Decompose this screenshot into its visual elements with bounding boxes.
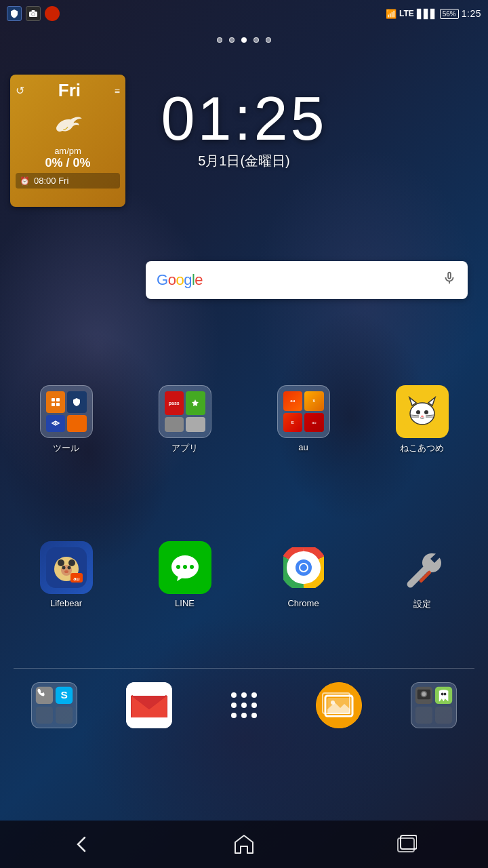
google-search-bar[interactable]: Google <box>146 261 468 299</box>
nav-recents-button[interactable] <box>386 824 427 865</box>
chrome-label: Chrome <box>287 598 319 608</box>
weather-ampm: am/pm <box>16 146 120 156</box>
drawer-dot <box>241 703 247 708</box>
app-folder-icon: pass <box>159 385 211 438</box>
svg-rect-6 <box>56 403 60 406</box>
svg-rect-47 <box>56 707 73 724</box>
au-mini-3: E <box>283 413 303 433</box>
lifebear-icon: au <box>40 541 93 594</box>
svg-rect-4 <box>56 398 60 401</box>
tray-item-camera-folder[interactable] <box>386 678 481 732</box>
svg-point-61 <box>441 693 444 696</box>
svg-text:au: au <box>73 576 79 582</box>
svg-rect-2 <box>32 10 35 12</box>
line-label: LINE <box>175 598 195 608</box>
signal-bars: ▋▋▋ <box>417 9 437 19</box>
page-dot-1[interactable] <box>217 37 222 43</box>
battery-icon: 56% <box>440 9 459 19</box>
tray-item-slideshow[interactable] <box>291 678 386 732</box>
weather-alarm: ⏰ 08:00 Fri <box>16 173 120 189</box>
dock-item-lifebear[interactable]: au Lifebear <box>7 536 125 616</box>
svg-point-34 <box>176 565 180 569</box>
tray-item-gmail[interactable] <box>102 678 197 732</box>
au-folder-icon: au ¥ E au <box>277 385 330 438</box>
svg-point-25 <box>68 559 75 566</box>
neko-label: ねこあつめ <box>400 442 444 454</box>
app-item-neko[interactable]: ねこあつめ <box>363 380 481 460</box>
drawer-dot <box>251 713 257 718</box>
slideshow-icon <box>316 682 362 728</box>
app-item-au[interactable]: au ¥ E au au <box>244 380 363 460</box>
dock-row: au Lifebear LINE <box>0 536 488 616</box>
dock-item-settings[interactable]: 設定 <box>363 536 481 616</box>
tray-item-drawer[interactable] <box>197 678 291 732</box>
page-dot-5[interactable] <box>266 37 271 43</box>
tool-mini-other <box>67 415 87 433</box>
phone-skype-icon: S <box>31 682 77 728</box>
page-dot-3[interactable] <box>241 37 247 43</box>
app-item-tool[interactable]: ツール <box>7 380 125 460</box>
svg-point-7 <box>54 422 56 425</box>
tool-mini-speed <box>46 415 66 433</box>
time-display: 1:25 <box>462 8 481 19</box>
app-grid: ツール pass アプリ au ¥ E au au <box>0 380 488 460</box>
weather-widget: ↺ Fri ≡ am/pm 0% / 0% ⏰ 08:00 Fri <box>10 75 125 207</box>
weather-widget-header: ↺ Fri ≡ <box>16 80 120 101</box>
au-mini-1: au <box>283 391 303 411</box>
drawer-dot <box>241 692 247 698</box>
svg-text:S: S <box>60 689 67 701</box>
nav-back-button[interactable] <box>61 824 102 865</box>
svg-point-35 <box>183 565 187 569</box>
page-dot-2[interactable] <box>229 37 235 43</box>
google-logo: Google <box>157 271 203 289</box>
svg-point-14 <box>424 410 428 414</box>
app-drawer-icon <box>221 682 267 728</box>
weather-bird-icon <box>16 104 120 144</box>
app-tray: S <box>0 678 488 732</box>
tray-item-phone[interactable]: S <box>7 678 102 732</box>
weather-alarm-text: 08:00 Fri <box>34 176 68 186</box>
svg-marker-8 <box>192 399 199 406</box>
svg-point-24 <box>58 559 64 566</box>
drawer-dot <box>241 713 247 718</box>
svg-point-28 <box>67 566 70 570</box>
svg-rect-64 <box>435 707 452 724</box>
weather-alarm-icon: ⏰ <box>20 176 30 186</box>
weather-menu-icon[interactable]: ≡ <box>115 85 120 96</box>
svg-point-15 <box>421 416 424 418</box>
chrome-icon <box>277 541 330 594</box>
svg-point-36 <box>190 565 194 569</box>
status-bar-left <box>7 6 60 21</box>
au-folder-label: au <box>298 442 308 452</box>
au-mini-2: ¥ <box>304 391 324 411</box>
notification-dot <box>45 6 60 21</box>
page-dots <box>0 37 488 43</box>
drawer-dot <box>251 692 257 698</box>
lte-badge: LTE <box>399 9 414 18</box>
wifi-icon: 📶 <box>386 9 396 19</box>
settings-label: 設定 <box>413 598 431 610</box>
weather-day: Fri <box>58 80 81 101</box>
tool-mini-shield <box>67 391 87 413</box>
nav-bar <box>0 821 488 868</box>
tool-folder-label: ツール <box>53 442 79 454</box>
dock-item-chrome[interactable]: Chrome <box>244 536 363 616</box>
app-folder-label: アプリ <box>171 442 198 454</box>
gmail-icon <box>126 682 172 728</box>
svg-point-59 <box>422 692 426 696</box>
svg-point-41 <box>300 564 307 571</box>
weather-refresh-icon[interactable]: ↺ <box>16 84 24 97</box>
svg-rect-3 <box>52 398 55 401</box>
line-icon <box>159 541 211 594</box>
nav-home-button[interactable] <box>224 824 264 865</box>
svg-point-10 <box>410 403 434 425</box>
page-dot-4[interactable] <box>253 37 259 43</box>
app-mini-store <box>186 391 205 415</box>
drawer-dot <box>251 703 257 708</box>
dock-item-line[interactable]: LINE <box>125 536 244 616</box>
svg-rect-5 <box>52 403 55 406</box>
app-item-apps[interactable]: pass アプリ <box>125 380 244 460</box>
svg-point-62 <box>444 693 447 696</box>
status-bar: 📶 LTE ▋▋▋ 56% 1:25 <box>0 0 488 27</box>
mic-icon[interactable] <box>442 271 457 290</box>
